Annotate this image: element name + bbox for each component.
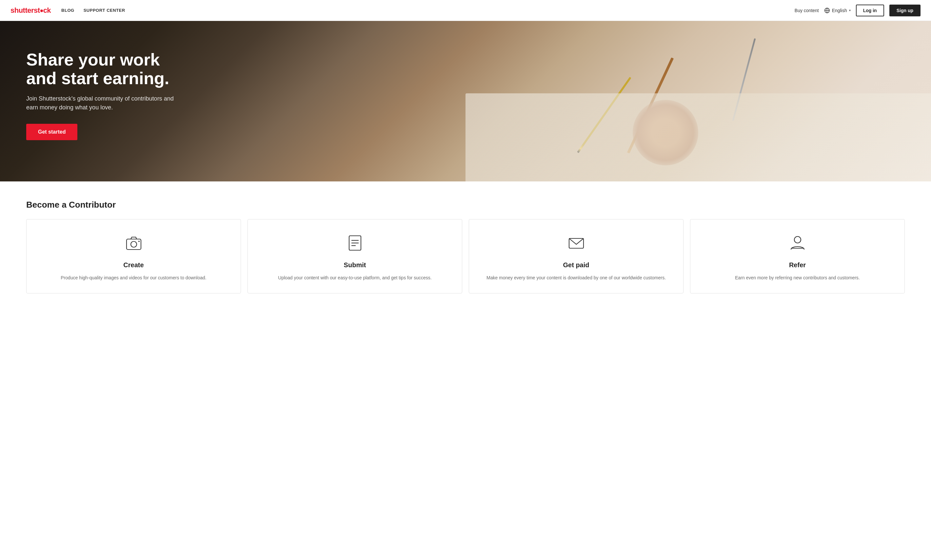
logo[interactable]: shutterstck [11, 6, 51, 15]
card-submit-title: Submit [344, 262, 366, 269]
get-started-button[interactable]: Get started [26, 124, 77, 140]
nav-blog[interactable]: BLOG [61, 8, 74, 13]
cards-grid: Create Produce high-quality images and v… [26, 219, 905, 294]
card-refer-desc: Earn even more by referring new contribu… [735, 274, 860, 281]
svg-point-5 [138, 241, 140, 242]
globe-icon [824, 8, 830, 14]
signup-button[interactable]: Sign up [889, 5, 920, 16]
person-icon [788, 234, 807, 254]
card-refer: Refer Earn even more by referring new co… [690, 219, 905, 294]
envelope-icon [567, 234, 585, 254]
logo-text: shutterstck [11, 6, 51, 15]
card-create: Create Produce high-quality images and v… [26, 219, 241, 294]
hero-title: Share your work and start earning. [26, 51, 177, 88]
card-refer-title: Refer [789, 262, 806, 269]
card-create-desc: Produce high-quality images and videos f… [61, 274, 206, 281]
hero-subtitle: Join Shutterstock's global community of … [26, 94, 177, 112]
svg-rect-3 [127, 239, 141, 249]
svg-point-4 [131, 242, 137, 247]
buy-content-link[interactable]: Buy content [795, 8, 819, 13]
language-selector[interactable]: English ▾ [824, 8, 851, 14]
site-header: shutterstck BLOG SUPPORT CENTER Buy cont… [0, 0, 931, 21]
logo-dot [40, 9, 43, 12]
header-right: Buy content English ▾ Log in Sign up [795, 5, 920, 16]
main-nav: BLOG SUPPORT CENTER [61, 8, 125, 13]
contributor-section: Become a Contributor Create Produce high… [0, 182, 931, 317]
card-get-paid: Get paid Make money every time your cont… [469, 219, 684, 294]
chevron-down-icon: ▾ [849, 9, 851, 12]
language-label: English [832, 8, 847, 13]
card-get-paid-title: Get paid [563, 262, 589, 269]
card-create-title: Create [123, 262, 144, 269]
section-title: Become a Contributor [26, 200, 905, 210]
login-button[interactable]: Log in [856, 5, 884, 16]
svg-point-11 [794, 237, 801, 243]
hero-section: Share your work and start earning. Join … [0, 21, 931, 182]
nav-support-center[interactable]: SUPPORT CENTER [83, 8, 125, 13]
card-get-paid-desc: Make money every time your content is do… [486, 274, 666, 281]
document-icon [346, 234, 364, 254]
card-submit: Submit Upload your content with our easy… [247, 219, 462, 294]
hero-content: Share your work and start earning. Join … [0, 21, 203, 170]
camera-icon [125, 234, 143, 254]
card-submit-desc: Upload your content with our easy-to-use… [278, 274, 431, 281]
